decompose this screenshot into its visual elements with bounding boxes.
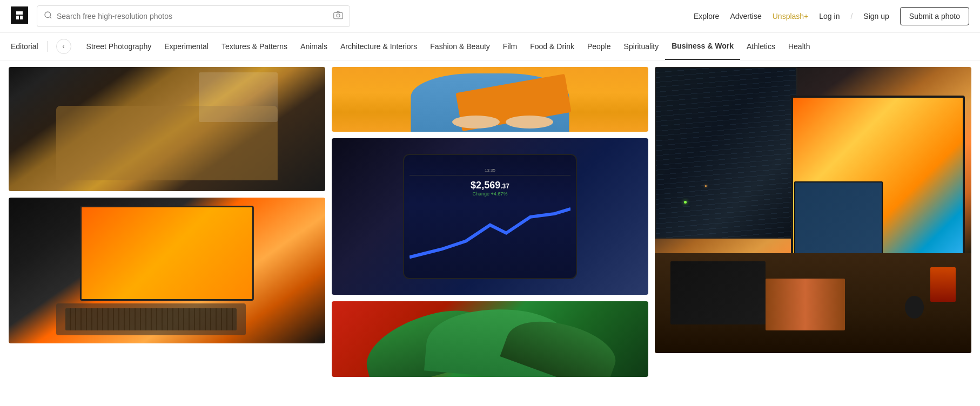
photo-phone-stocks[interactable]: 13:35 $2,569.37 Change +4.67% (332, 138, 648, 295)
photo-plants-red[interactable] (332, 301, 648, 377)
photo-column-3 (655, 67, 971, 353)
photo-grid: 13:35 $2,569.37 Change +4.67% (9, 67, 971, 377)
category-street-photography[interactable]: Street Photography (80, 33, 158, 59)
category-fashion-beauty[interactable]: Fashion & Beauty (424, 33, 496, 59)
photo-desk-chair[interactable] (9, 67, 325, 191)
svg-rect-0 (11, 6, 28, 24)
category-food-drink[interactable]: Food & Drink (523, 33, 581, 59)
svg-point-3 (337, 14, 340, 17)
signup-button[interactable]: Sign up (863, 12, 889, 21)
photo-imac-keyboard[interactable] (9, 198, 325, 343)
unsplash-plus-link[interactable]: Unsplash+ (773, 12, 809, 21)
login-button[interactable]: Log in (819, 12, 840, 21)
svg-point-1 (45, 12, 51, 18)
submit-photo-button[interactable]: Submit a photo (900, 7, 969, 25)
header: Explore Advertise Unsplash+ Log in / Sig… (0, 0, 980, 33)
photo-column-1 (9, 67, 325, 343)
category-animals[interactable]: Animals (294, 33, 334, 59)
category-architecture-interiors[interactable]: Architecture & Interiors (334, 33, 424, 59)
category-spirituality[interactable]: Spirituality (617, 33, 666, 59)
photo-dual-monitor-setup[interactable] (655, 67, 971, 353)
main-content: 13:35 $2,569.37 Change +4.67% (0, 60, 980, 383)
category-nav: Editorial ‹ Street Photography Experimen… (0, 33, 980, 60)
logo[interactable] (11, 6, 28, 26)
photo-column-2: 13:35 $2,569.37 Change +4.67% (332, 67, 648, 377)
camera-search-icon[interactable] (333, 10, 343, 22)
photo-person-orange[interactable] (332, 67, 648, 132)
search-input[interactable] (57, 12, 329, 21)
advertise-link[interactable]: Advertise (730, 12, 761, 21)
nav-separator (47, 41, 48, 52)
category-textures-patterns[interactable]: Textures & Patterns (215, 33, 294, 59)
nav-scroll-left[interactable]: ‹ (56, 39, 71, 54)
main-nav: Explore Advertise Unsplash+ Log in / Sig… (694, 7, 969, 25)
search-bar (37, 5, 350, 27)
category-athletics[interactable]: Athletics (740, 33, 782, 59)
nav-divider: / (850, 12, 853, 21)
category-film[interactable]: Film (496, 33, 523, 59)
category-people[interactable]: People (581, 33, 617, 59)
category-health[interactable]: Health (782, 33, 816, 59)
category-experimental[interactable]: Experimental (158, 33, 215, 59)
explore-link[interactable]: Explore (694, 12, 719, 21)
search-icon (44, 11, 52, 22)
category-business-work[interactable]: Business & Work (665, 33, 740, 60)
category-editorial[interactable]: Editorial (11, 33, 38, 59)
